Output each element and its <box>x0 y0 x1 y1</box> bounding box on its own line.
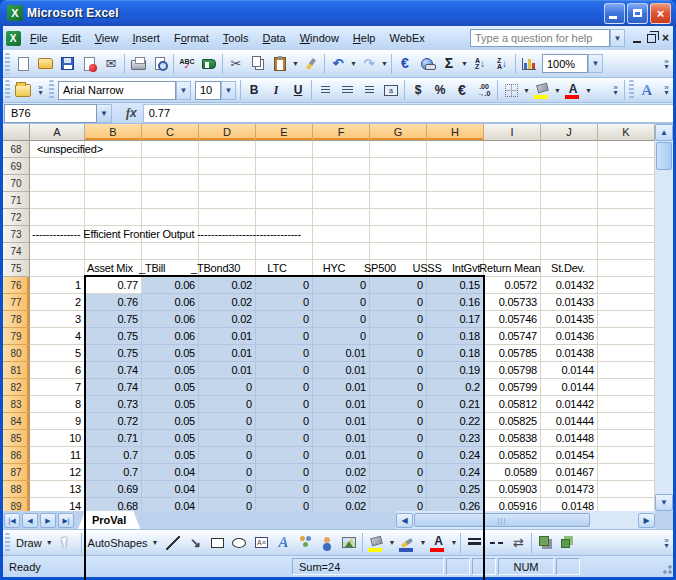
menu-item-data[interactable]: Data <box>255 29 292 47</box>
cell-D87[interactable]: 0 <box>199 464 256 481</box>
horizontal-scrollbar[interactable]: ◀ ||| ▶ <box>396 511 655 529</box>
cell-H73[interactable] <box>427 226 484 243</box>
cell-B82[interactable]: 0.74 <box>85 379 142 396</box>
minimize-button[interactable] <box>604 3 625 24</box>
cell-F78[interactable]: 0 <box>313 311 370 328</box>
cell-I70[interactable] <box>484 175 541 192</box>
cell-B86[interactable]: 0.7 <box>85 447 142 464</box>
toolbar-drag-handle[interactable] <box>49 80 54 99</box>
cell-C73[interactable] <box>142 226 199 243</box>
menu-item-tools[interactable]: Tools <box>216 29 256 47</box>
menu-item-file[interactable]: File <box>23 29 55 47</box>
cell-E78[interactable]: 0 <box>256 311 313 328</box>
cell-K84[interactable] <box>598 413 655 430</box>
row-header-70[interactable]: 70 <box>3 175 30 192</box>
align-center-button[interactable] <box>336 79 358 101</box>
cell-F68[interactable] <box>313 141 370 158</box>
paste-button[interactable] <box>269 53 291 75</box>
cell-I79[interactable]: 0.05747 <box>484 328 541 345</box>
cell-J85[interactable]: 0.01448 <box>541 430 598 447</box>
cell-D77[interactable]: 0.02 <box>199 294 256 311</box>
cell-H88[interactable]: 0.25 <box>427 481 484 498</box>
row-header-87[interactable]: 87 <box>3 464 30 481</box>
cell-G73[interactable] <box>370 226 427 243</box>
draw-font-color-button[interactable]: A <box>427 532 449 554</box>
cell-I89[interactable]: 0.05916 <box>484 498 541 511</box>
cell-C84[interactable]: 0.05 <box>142 413 199 430</box>
cell-K75[interactable] <box>598 260 655 277</box>
cell-C70[interactable] <box>142 175 199 192</box>
cell-E74[interactable] <box>256 243 313 260</box>
cell-A76[interactable]: 1 <box>30 277 85 294</box>
cell-G88[interactable]: 0 <box>370 481 427 498</box>
cell-C77[interactable]: 0.06 <box>142 294 199 311</box>
cell-K70[interactable] <box>598 175 655 192</box>
cell-F84[interactable]: 0.01 <box>313 413 370 430</box>
cell-C69[interactable] <box>142 158 199 175</box>
new-document-button[interactable] <box>12 53 34 75</box>
cell-I86[interactable]: 0.05852 <box>484 447 541 464</box>
cell-A74[interactable] <box>30 243 85 260</box>
toolbar-options-chevron[interactable]: »▾ <box>609 78 622 102</box>
cell-E69[interactable] <box>256 158 313 175</box>
worksheet-menu-icon[interactable]: X <box>3 27 23 49</box>
currency-button[interactable]: $ <box>407 79 429 101</box>
cell-F89[interactable]: 0.02 <box>313 498 370 511</box>
row-header-77[interactable]: 77 <box>3 294 30 311</box>
cell-J71[interactable] <box>541 192 598 209</box>
row-header-79[interactable]: 79 <box>3 328 30 345</box>
cell-E79[interactable]: 0 <box>256 328 313 345</box>
permission-button[interactable] <box>78 53 100 75</box>
oval-button[interactable] <box>228 532 250 554</box>
cell-B71[interactable] <box>85 192 142 209</box>
cell-J74[interactable] <box>541 243 598 260</box>
arrow-button[interactable]: ↘ <box>184 532 206 554</box>
resize-grip[interactable] <box>659 556 673 577</box>
cell-G83[interactable]: 0 <box>370 396 427 413</box>
wordart-addin-button[interactable]: A <box>636 79 658 101</box>
column-header-E[interactable]: E <box>256 124 313 141</box>
cell-D80[interactable]: 0.01 <box>199 345 256 362</box>
wordart-button[interactable]: A <box>272 532 294 554</box>
cell-E85[interactable]: 0 <box>256 430 313 447</box>
cell-D70[interactable] <box>199 175 256 192</box>
font-size-combobox[interactable]: 10 ▼ <box>195 81 236 100</box>
rectangle-button[interactable] <box>206 532 228 554</box>
cell-G75[interactable] <box>370 260 427 277</box>
cell-D78[interactable]: 0.02 <box>199 311 256 328</box>
scroll-up-icon[interactable]: ▲ <box>655 124 673 141</box>
cell-K87[interactable] <box>598 464 655 481</box>
row-header-86[interactable]: 86 <box>3 447 30 464</box>
cell-H79[interactable]: 0.18 <box>427 328 484 345</box>
workbook-minimize-icon[interactable] <box>633 41 641 43</box>
paste-dropdown-icon[interactable]: ▼ <box>291 53 300 75</box>
cell-K76[interactable] <box>598 277 655 294</box>
cell-B81[interactable]: 0.74 <box>85 362 142 379</box>
cell-H71[interactable] <box>427 192 484 209</box>
previous-sheet-icon[interactable]: ◀ <box>22 513 38 528</box>
draw-menu-button[interactable]: Draw▼ <box>12 535 57 551</box>
row-header-88[interactable]: 88 <box>3 481 30 498</box>
row-header-76[interactable]: 76 <box>3 277 30 294</box>
cell-I73[interactable] <box>484 226 541 243</box>
font-color-dropdown-icon[interactable]: ▼ <box>449 532 458 554</box>
cell-E81[interactable]: 0 <box>256 362 313 379</box>
cell-G77[interactable]: 0 <box>370 294 427 311</box>
underline-button[interactable]: U <box>287 79 309 101</box>
cell-K71[interactable] <box>598 192 655 209</box>
line-button[interactable] <box>162 532 184 554</box>
scroll-down-icon[interactable]: ▼ <box>655 494 673 511</box>
cell-B69[interactable] <box>85 158 142 175</box>
cell-I75[interactable] <box>484 260 541 277</box>
row-header-81[interactable]: 81 <box>3 362 30 379</box>
select-objects-button[interactable] <box>57 532 79 554</box>
row-header-75[interactable]: 75 <box>3 260 30 277</box>
cell-A79[interactable]: 4 <box>30 328 85 345</box>
line-color-button[interactable] <box>396 532 418 554</box>
line-color-dropdown-icon[interactable]: ▼ <box>418 532 427 554</box>
row-header-68[interactable]: 68 <box>3 141 30 158</box>
cell-I82[interactable]: 0.05799 <box>484 379 541 396</box>
align-right-button[interactable] <box>358 79 380 101</box>
cell-K83[interactable] <box>598 396 655 413</box>
cell-A75[interactable] <box>30 260 85 277</box>
